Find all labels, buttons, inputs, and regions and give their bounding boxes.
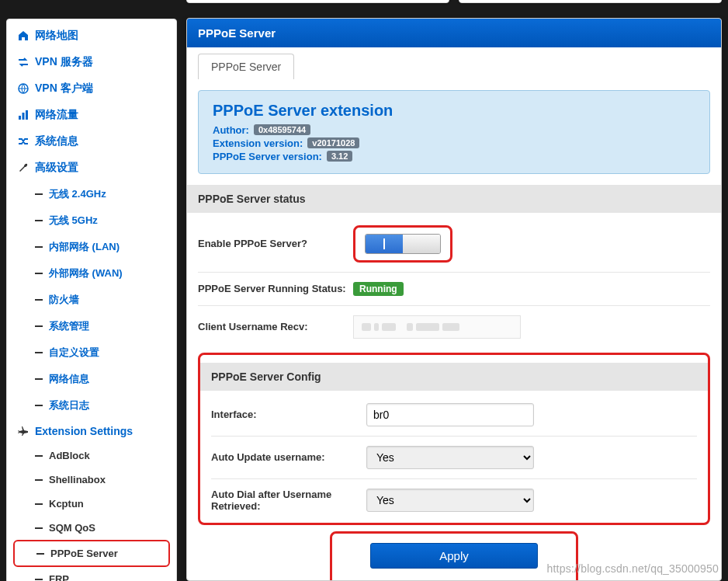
apply-button[interactable]: Apply xyxy=(370,543,538,569)
sidebar-item-label: 无线 5GHz xyxy=(49,214,98,228)
panel-title: PPPoE Server xyxy=(187,19,721,47)
interface-label: Interface: xyxy=(211,409,366,420)
sidebar-sub-syslog[interactable]: 系统日志 xyxy=(7,392,176,419)
sidebar-item-label: 无线 2.4GHz xyxy=(49,187,106,201)
dash-icon xyxy=(35,352,43,353)
sidebar-sub-lan[interactable]: 内部网络 (LAN) xyxy=(7,234,176,260)
sidebar-item-label: 网络信息 xyxy=(49,372,89,386)
svg-rect-2 xyxy=(23,113,25,120)
svg-rect-3 xyxy=(26,110,28,120)
autoupdate-label: Auto Update username: xyxy=(211,451,366,463)
top-card xyxy=(186,0,449,3)
panel-content: PPPoE Server extension Author: 0x4859574… xyxy=(187,79,721,581)
sidebar-item-label: VPN 客户端 xyxy=(35,82,93,96)
autodial-label: Auto Dial after Username Retrieved: xyxy=(211,489,366,512)
sidebar-item-label: 系统管理 xyxy=(49,319,89,333)
ext-version-badge: v20171028 xyxy=(307,137,359,148)
toggle-on-icon xyxy=(366,235,403,253)
sidebar-item-system-info[interactable]: 系统信息 xyxy=(7,128,176,155)
sidebar-sub-firewall[interactable]: 防火墙 xyxy=(7,287,176,313)
sidebar-item-vpn-client[interactable]: VPN 客户端 xyxy=(7,75,176,102)
server-version-badge: 3.12 xyxy=(327,151,352,162)
swap-icon xyxy=(18,57,29,68)
author-badge: 0x48595744 xyxy=(254,124,310,135)
info-ext-version: Extension version: v20171028 xyxy=(213,137,695,149)
globe-icon xyxy=(18,83,29,94)
info-ext-label: Extension version: xyxy=(213,137,303,149)
info-author-label: Author: xyxy=(213,124,249,136)
sidebar-sub-sysadmin[interactable]: 系统管理 xyxy=(7,313,176,339)
sidebar-item-label: PPPoE Server xyxy=(50,548,118,559)
running-label: PPPoE Server Running Status: xyxy=(198,283,353,294)
sidebar-item-label: 高级设置 xyxy=(35,161,78,175)
dash-icon xyxy=(35,455,43,457)
sidebar-sub-sqmqos[interactable]: SQM QoS xyxy=(7,516,176,540)
info-srv-label: PPPoE Server version: xyxy=(213,151,322,162)
sidebar-item-advanced[interactable]: 高级设置 xyxy=(7,155,176,181)
row-interface: Interface: xyxy=(211,391,697,436)
dash-icon xyxy=(35,527,43,529)
tabs: PPPoE Server xyxy=(187,47,721,79)
sidebar-sub-frp[interactable]: FRP xyxy=(7,567,176,581)
sidebar-item-label: Kcptun xyxy=(49,498,84,510)
sidebar-item-label: 系统信息 xyxy=(35,134,78,148)
row-auto-dial: Auto Dial after Username Retrieved: Yes xyxy=(211,478,697,515)
highlight-config: PPPoE Server Config Interface: Auto Upda… xyxy=(198,353,710,525)
sidebar-sub-wireless5[interactable]: 无线 5GHz xyxy=(7,207,176,234)
enable-toggle[interactable] xyxy=(365,234,441,254)
sidebar-item-extension-settings[interactable]: Extension Settings xyxy=(7,419,176,444)
bars-icon xyxy=(18,110,29,120)
dash-icon xyxy=(35,378,43,380)
row-client-username: Client Username Recv: xyxy=(198,305,710,348)
dash-icon xyxy=(35,246,43,248)
sidebar-sub-custom[interactable]: 自定义设置 xyxy=(7,339,176,366)
sidebar-item-label: 外部网络 (WAN) xyxy=(49,266,123,280)
home-icon xyxy=(18,30,29,41)
dash-icon xyxy=(35,479,43,481)
sidebar: 网络地图 VPN 服务器 VPN 客户端 网络流量 系统信息 高级设置 无线 2… xyxy=(6,19,177,581)
sidebar-item-label: SQM QoS xyxy=(49,522,95,534)
sidebar-item-label: FRP xyxy=(49,573,69,581)
dash-icon xyxy=(36,553,44,555)
autoupdate-select[interactable]: Yes xyxy=(366,446,534,469)
section-status-head: PPPoE Server status xyxy=(187,185,721,213)
sidebar-item-label: 网络地图 xyxy=(35,29,78,43)
dash-icon xyxy=(35,220,43,221)
watermark: https://blog.csdn.net/qq_35000950 xyxy=(547,562,719,575)
sidebar-sub-wireless24[interactable]: 无线 2.4GHz xyxy=(7,181,176,207)
sidebar-item-label: 防火墙 xyxy=(49,293,79,307)
sidebar-item-label: VPN 服务器 xyxy=(35,55,93,69)
wrench-icon xyxy=(18,162,29,173)
sidebar-item-label: 系统日志 xyxy=(49,398,89,412)
dash-icon xyxy=(35,299,43,301)
sidebar-sub-netinfo[interactable]: 网络信息 xyxy=(7,366,176,392)
sidebar-sub-kcptun[interactable]: Kcptun xyxy=(7,492,176,516)
dash-icon xyxy=(35,405,43,406)
info-server-version: PPPoE Server version: 3.12 xyxy=(213,151,695,162)
sidebar-item-label: AdBlock xyxy=(49,450,90,461)
sidebar-sub-adblock[interactable]: AdBlock xyxy=(7,444,176,468)
section-config-head: PPPoE Server Config xyxy=(200,363,708,391)
sidebar-item-label: Extension Settings xyxy=(35,425,133,437)
interface-input[interactable] xyxy=(366,403,534,426)
sidebar-sub-wan[interactable]: 外部网络 (WAN) xyxy=(7,260,176,287)
info-heading: PPPoE Server extension xyxy=(213,102,695,120)
panel: PPPoE Server PPPoE Server PPPoE Server e… xyxy=(186,18,722,581)
shuffle-icon xyxy=(18,136,29,147)
dash-icon xyxy=(35,503,43,505)
row-running-status: PPPoE Server Running Status: Running xyxy=(198,272,710,305)
autodial-select[interactable]: Yes xyxy=(366,489,534,512)
sidebar-item-vpn-server[interactable]: VPN 服务器 xyxy=(7,49,176,75)
sidebar-item-label: 自定义设置 xyxy=(49,346,99,360)
tab-pppoe-server[interactable]: PPPoE Server xyxy=(198,54,294,79)
top-strip xyxy=(186,0,722,15)
running-status-badge: Running xyxy=(353,282,404,296)
sidebar-item-label: Shellinabox xyxy=(49,474,106,485)
sidebar-sub-shellinabox[interactable]: Shellinabox xyxy=(7,468,176,492)
info-author: Author: 0x48595744 xyxy=(213,124,695,136)
sidebar-item-traffic[interactable]: 网络流量 xyxy=(7,102,176,128)
sidebar-item-network-map[interactable]: 网络地图 xyxy=(7,23,176,49)
airplane-icon xyxy=(18,426,29,437)
sidebar-sub-pppoe-server[interactable]: PPPoE Server xyxy=(13,540,170,567)
info-card: PPPoE Server extension Author: 0x4859574… xyxy=(198,90,710,174)
